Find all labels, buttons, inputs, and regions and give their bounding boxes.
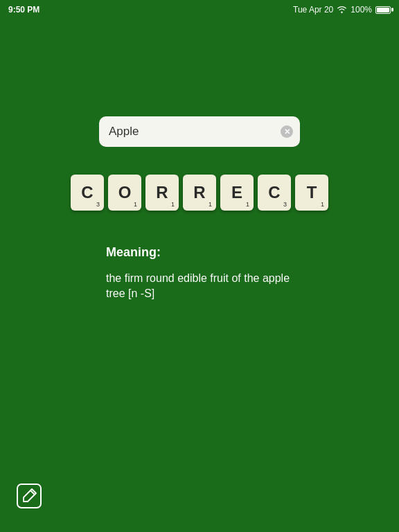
tile-score: 1 [171, 201, 175, 208]
meaning-label: Meaning: [106, 245, 293, 260]
clear-button[interactable]: ✕ [281, 125, 293, 138]
tile-letter: R [156, 184, 168, 201]
tile-score: 1 [134, 201, 137, 208]
tile-letter: T [307, 184, 317, 201]
tile-score: 1 [246, 201, 249, 208]
tile-letter: E [231, 184, 242, 201]
scrabble-tile: O 1 [108, 175, 141, 211]
status-time: 9:50 PM [8, 5, 39, 15]
battery-percentage: 100% [351, 5, 372, 15]
main-content: ✕ C 3 O 1 R 1 R 1 E 1 C 3 T 1 Meaning: t… [0, 19, 399, 302]
meaning-text: the firm round edible fruit of the apple… [106, 271, 293, 302]
tile-letter: C [81, 184, 93, 201]
tile-letter: R [193, 184, 205, 201]
status-bar: 9:50 PM Tue Apr 20 100% [0, 0, 399, 19]
scrabble-tile: C 3 [71, 175, 104, 211]
meaning-section: Meaning: the firm round edible fruit of … [99, 245, 300, 302]
battery-icon [375, 6, 391, 14]
tiles-container: C 3 O 1 R 1 R 1 E 1 C 3 T 1 [71, 175, 328, 211]
edit-icon [17, 484, 42, 508]
tile-score: 3 [283, 201, 287, 208]
scrabble-tile: R 1 [183, 175, 216, 211]
tile-letter: C [268, 184, 280, 201]
svg-rect-0 [17, 484, 41, 508]
scrabble-tile: R 1 [145, 175, 179, 211]
edit-button[interactable] [17, 484, 44, 511]
status-right: Tue Apr 20 100% [293, 5, 391, 15]
search-input[interactable] [99, 116, 300, 147]
scrabble-tile: E 1 [220, 175, 254, 211]
scrabble-tile: T 1 [295, 175, 328, 211]
tile-score: 3 [96, 201, 100, 208]
tile-score: 1 [321, 201, 324, 208]
search-container: ✕ [99, 116, 300, 147]
wifi-icon [337, 5, 347, 15]
status-date: Tue Apr 20 [293, 5, 333, 15]
tile-score: 1 [209, 201, 212, 208]
tile-letter: O [118, 184, 132, 201]
scrabble-tile: C 3 [258, 175, 291, 211]
